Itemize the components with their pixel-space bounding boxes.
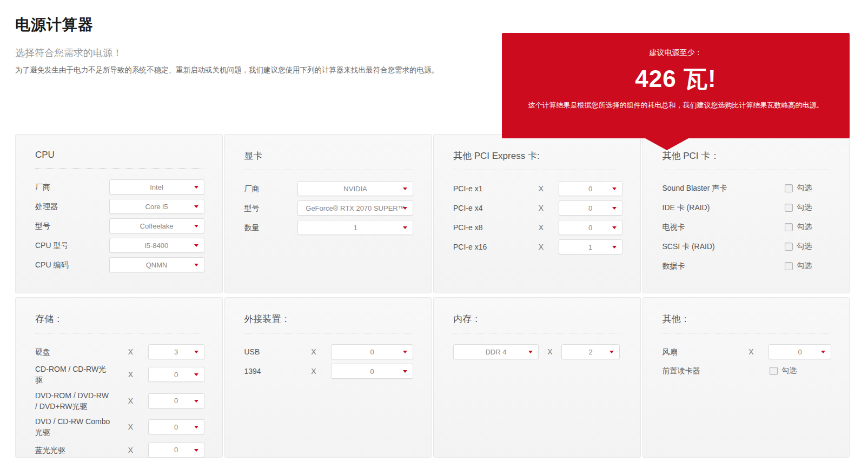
checkbox-label: 勾选	[781, 366, 797, 376]
checkbox[interactable]	[785, 204, 793, 212]
external-1394-qty-select[interactable]: 0	[331, 364, 413, 379]
select-value: 3	[174, 348, 178, 356]
pcie-x1-qty-select[interactable]: 0	[559, 181, 622, 196]
storage-combo-qty-select[interactable]: 0	[148, 419, 204, 434]
cpu-vendor-select[interactable]: Intel	[109, 179, 204, 195]
select-value: 1	[588, 243, 592, 251]
checkbox[interactable]	[785, 223, 793, 231]
storage-dvdrom-qty-select[interactable]: 0	[148, 393, 204, 408]
panel-cpu-title: CPU	[35, 150, 204, 169]
cpu-code-row: CPU 编码 QNMN	[35, 257, 204, 272]
times-symbol: X	[114, 397, 148, 405]
pcie-x8-qty-select[interactable]: 0	[559, 220, 622, 235]
pci-ide-label: IDE 卡 (RAID)	[662, 202, 785, 213]
external-usb-qty-select[interactable]: 0	[331, 344, 413, 359]
caret-down-icon	[612, 226, 617, 229]
cpu-vendor-label: 厂商	[35, 182, 109, 192]
caret-down-icon	[194, 186, 198, 189]
gpu-vendor-label: 厂商	[244, 183, 298, 194]
storage-cdrom-qty-select[interactable]: 0	[148, 367, 204, 382]
storage-bluray-label: 蓝光光驱	[35, 445, 114, 455]
gpu-model-select[interactable]: GeForce® RTX 2070 SUPER™	[297, 200, 413, 216]
intro-section: 选择符合您需求的电源！ 为了避免发生由于电力不足所导致的系统不稳定、重新启动或关…	[15, 46, 480, 76]
caret-down-icon	[403, 351, 407, 353]
cpu-code-select[interactable]: QNMN	[109, 257, 204, 272]
caret-down-icon	[194, 225, 198, 227]
cpu-model-select[interactable]: i5-8400	[109, 238, 204, 253]
caret-down-icon	[528, 351, 533, 353]
select-value: DDR 4	[485, 348, 506, 356]
memory-qty-select[interactable]: 2	[561, 344, 620, 359]
pcie-x1-label: PCI-e x1	[453, 183, 524, 194]
pci-tv-checkbox-group: 勾选	[785, 222, 831, 232]
cpu-family-select[interactable]: Coffeelake	[109, 218, 204, 233]
other-fan-qty-select[interactable]: 0	[768, 344, 831, 359]
panel-external: 外接装置： USB X 0 1394 X 0	[224, 297, 432, 458]
panel-memory-title: 内存：	[453, 313, 622, 333]
select-value: 0	[174, 446, 178, 454]
cpu-model-row: CPU 型号 i5-8400	[35, 238, 204, 253]
storage-combo-row: DVD / CD-RW Combo 光驱 X 0	[35, 416, 204, 438]
select-value: 0	[370, 348, 374, 356]
times-symbol: X	[114, 347, 148, 356]
pcie-x8-label: PCI-e x8	[453, 222, 524, 233]
select-value: QNMN	[146, 261, 168, 269]
select-value: NVIDIA	[343, 185, 367, 193]
pcie-x16-row: PCI-e x16 X 1	[453, 239, 622, 254]
checkbox[interactable]	[785, 243, 793, 251]
checkbox-label: 勾选	[797, 203, 812, 212]
storage-dvdrom-label: DVD-ROM / DVD-RW / DVD+RW光驱	[35, 390, 114, 412]
pci-soundblaster-row: Sound Blaster 声卡 勾选	[662, 181, 832, 195]
panel-pcie: 其他 PCI Express 卡: PCI-e x1 X 0 PCI-e x4 …	[433, 134, 641, 293]
result-heading: 建议电源至少：	[502, 48, 850, 58]
panel-storage: 存储： 硬盘 X 3 CD-ROM / CD-RW光驱 X 0 DVD-ROM …	[15, 297, 223, 458]
pci-soundblaster-label: Sound Blaster 声卡	[662, 183, 785, 193]
checkbox[interactable]	[785, 262, 793, 270]
storage-hdd-qty-select[interactable]: 3	[148, 344, 204, 359]
caret-down-icon	[403, 370, 407, 373]
times-symbol: X	[524, 204, 559, 212]
select-value: 0	[588, 185, 592, 193]
cpu-series-label: 处理器	[35, 201, 109, 212]
caret-down-icon	[194, 244, 198, 247]
gpu-model-row: 型号 GeForce® RTX 2070 SUPER™	[244, 200, 414, 216]
checkbox-label: 勾选	[797, 183, 812, 193]
other-cardreader-row: 前置读卡器 勾选	[662, 364, 832, 378]
caret-down-icon	[821, 351, 825, 353]
storage-dvdrom-row: DVD-ROM / DVD-RW / DVD+RW光驱 X 0	[35, 390, 204, 412]
pcie-x8-row: PCI-e x8 X 0	[453, 220, 622, 235]
select-value: 0	[798, 348, 801, 356]
cpu-vendor-row: 厂商 Intel	[35, 179, 204, 195]
memory-type-select[interactable]: DDR 4	[453, 344, 539, 359]
pcie-x1-row: PCI-e x1 X 0	[453, 181, 622, 196]
select-value: 0	[174, 397, 178, 405]
pcie-x4-qty-select[interactable]: 0	[559, 200, 622, 216]
times-symbol: X	[524, 184, 559, 193]
other-fan-label: 风扇	[662, 346, 734, 357]
external-usb-row: USB X 0	[244, 344, 414, 359]
storage-bluray-row: 蓝光光驱 X 0	[35, 443, 204, 458]
gpu-qty-select[interactable]: 1	[297, 220, 413, 235]
other-fan-row: 风扇 X 0	[662, 344, 832, 359]
checkbox[interactable]	[770, 367, 778, 375]
cpu-series-select[interactable]: Core i5	[109, 199, 204, 214]
cpu-model-label: CPU 型号	[35, 240, 109, 251]
gpu-vendor-select[interactable]: NVIDIA	[297, 181, 413, 196]
checkbox[interactable]	[785, 184, 793, 192]
external-1394-row: 1394 X 0	[244, 364, 414, 379]
caret-down-icon	[612, 246, 617, 249]
pci-soundblaster-checkbox-group: 勾选	[785, 183, 831, 193]
external-usb-label: USB	[244, 346, 297, 357]
times-symbol: X	[114, 423, 148, 431]
pcie-x16-qty-select[interactable]: 1	[559, 239, 622, 254]
memory-row: DDR 4 X 2	[453, 344, 622, 359]
other-cardreader-checkbox-group: 勾选	[770, 366, 831, 376]
pci-datacard-label: 数据卡	[662, 260, 785, 271]
caret-down-icon	[612, 207, 617, 210]
pci-datacard-row: 数据卡 勾选	[662, 259, 832, 273]
caret-down-icon	[403, 187, 407, 190]
pci-tv-row: 电视卡 勾选	[662, 220, 832, 234]
storage-bluray-qty-select[interactable]: 0	[148, 443, 204, 458]
times-symbol: X	[114, 446, 148, 454]
panel-gpu-title: 显卡	[244, 150, 414, 170]
